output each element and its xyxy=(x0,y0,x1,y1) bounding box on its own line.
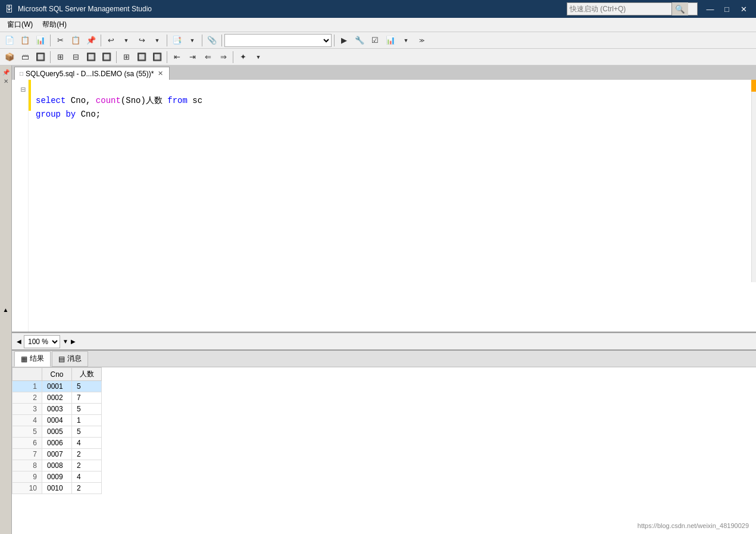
misc-btn1[interactable]: ✦ xyxy=(236,50,250,64)
redo-btn[interactable]: ↪ xyxy=(135,33,149,48)
dax-btn[interactable]: 📊 xyxy=(33,33,48,48)
copy-btn[interactable]: 📋 xyxy=(68,33,83,48)
undo-btn[interactable]: ↩ xyxy=(104,33,118,48)
tab-messages[interactable]: ▤ 消息 xyxy=(52,351,88,367)
results-btn[interactable]: 📊 xyxy=(383,33,398,48)
obj-btn2[interactable]: 🗃 xyxy=(18,50,32,64)
indent-btn1[interactable]: ⊞ xyxy=(53,50,67,64)
scroll-position-indicator xyxy=(751,80,756,92)
window-controls[interactable]: — □ ✕ xyxy=(702,3,751,15)
cell-cno: 0001 xyxy=(42,381,72,392)
close-panel-icon[interactable]: ✕ xyxy=(2,77,10,86)
table-row[interactable]: 8 0008 2 xyxy=(13,460,102,471)
row-num: 7 xyxy=(13,449,42,460)
misc-btn2[interactable]: ▼ xyxy=(251,50,265,64)
connection-dropdown[interactable] xyxy=(224,34,332,47)
cell-cno: 0003 xyxy=(42,404,72,415)
table-row[interactable]: 4 0004 1 xyxy=(13,415,102,426)
table-row[interactable]: 10 0010 2 xyxy=(13,483,102,494)
sep7 xyxy=(50,51,51,63)
editor-area: □ SQLQuery5.sql - D...IS.DEMO (sa (55))*… xyxy=(12,65,756,534)
table-row[interactable]: 7 0007 2 xyxy=(13,449,102,460)
format-btn3[interactable]: ⇐ xyxy=(201,50,215,64)
row-num: 6 xyxy=(13,438,42,449)
left-panel: 📌 ✕ ▲ xyxy=(0,65,12,534)
redo-drop-btn[interactable]: ▼ xyxy=(150,33,164,48)
results-message-icon: ▤ xyxy=(58,355,65,363)
main-area: 📌 ✕ ▲ □ SQLQuery5.sql - D...IS.DEMO (sa … xyxy=(0,65,756,534)
menu-help[interactable]: 帮助(H) xyxy=(38,18,71,32)
cell-cno: 0005 xyxy=(42,426,72,438)
cell-renshu: 2 xyxy=(72,483,102,494)
nav-btn[interactable]: 📎 xyxy=(205,33,219,48)
col-cno: Cno xyxy=(42,368,72,381)
scroll-left-btn[interactable]: ◀ xyxy=(17,338,21,345)
pin-icon[interactable]: 📌 xyxy=(1,68,11,77)
sep3 xyxy=(167,35,167,46)
results-grid-icon: ▦ xyxy=(21,355,27,363)
table-row[interactable]: 1 0001 5 xyxy=(13,381,102,392)
cell-cno: 0006 xyxy=(42,438,72,449)
code-editor[interactable]: ⊟ select Cno, count(Sno)人数 from sc group… xyxy=(12,80,756,333)
col-renshu: 人数 xyxy=(72,368,102,381)
paste-btn[interactable]: 📌 xyxy=(84,33,98,48)
table-row[interactable]: 9 0009 4 xyxy=(13,471,102,483)
row-num: 5 xyxy=(13,426,42,438)
obj-btn1[interactable]: 📦 xyxy=(2,50,17,64)
xml-btn[interactable]: 📋 xyxy=(18,33,32,48)
indent-btn2[interactable]: ⊟ xyxy=(68,50,83,64)
table-row[interactable]: 6 0006 4 xyxy=(13,438,102,449)
format-btn1[interactable]: ⇤ xyxy=(170,50,184,64)
active-line-indicator xyxy=(29,80,31,111)
bookmark-btn[interactable]: 📑 xyxy=(170,33,184,48)
sep5 xyxy=(221,35,222,46)
format-btn2[interactable]: ⇥ xyxy=(185,50,199,64)
sep4 xyxy=(202,35,202,46)
new-query-btn[interactable]: 📄 xyxy=(2,33,17,48)
minimize-button[interactable]: — xyxy=(702,3,718,15)
cut-btn[interactable]: ✂ xyxy=(53,33,67,48)
zoom-select[interactable]: 100 % xyxy=(24,335,60,348)
query-tab[interactable]: □ SQLQuery5.sql - D...IS.DEMO (sa (55))*… xyxy=(14,67,170,80)
debug-btn[interactable]: 🔧 xyxy=(352,33,367,48)
quick-search-container[interactable]: 🔍 xyxy=(567,2,698,15)
bookmark-drop-btn[interactable]: ▼ xyxy=(185,33,199,48)
maximize-button[interactable]: □ xyxy=(719,3,735,15)
undo-drop-btn[interactable]: ▼ xyxy=(119,33,133,48)
code-content[interactable]: select Cno, count(Sno)人数 from sc group b… xyxy=(29,80,756,332)
tab-close-button[interactable]: ✕ xyxy=(156,70,164,78)
scroll-right-btn[interactable]: ▶ xyxy=(71,338,76,345)
indent-btn4[interactable]: 🔲 xyxy=(99,50,114,64)
cell-cno: 0010 xyxy=(42,483,72,494)
quick-search-button[interactable]: 🔍 xyxy=(671,2,688,15)
indent-btn3[interactable]: 🔲 xyxy=(84,50,98,64)
up-arrow[interactable]: ▲ xyxy=(3,307,9,313)
zoom-dropdown-arrow[interactable]: ▼ xyxy=(63,338,68,345)
col-rownum xyxy=(13,368,42,381)
table-row[interactable]: 2 0002 7 xyxy=(13,392,102,404)
table-row[interactable]: 5 0005 5 xyxy=(13,426,102,438)
more-btn[interactable]: ≫ xyxy=(414,33,429,48)
menu-window[interactable]: 窗口(W) xyxy=(2,18,38,32)
sep1 xyxy=(50,35,51,46)
cell-cno: 0009 xyxy=(42,471,72,483)
app-title: Microsoft SQL Server Management Studio xyxy=(18,5,152,13)
close-button[interactable]: ✕ xyxy=(736,3,751,15)
query-btn1[interactable]: ⊞ xyxy=(119,50,133,64)
execute-btn[interactable]: ▶ xyxy=(337,33,351,48)
sep9 xyxy=(167,51,167,63)
table-row[interactable]: 3 0003 5 xyxy=(13,404,102,415)
row-num: 3 xyxy=(13,404,42,415)
query-btn2[interactable]: 🔲 xyxy=(135,50,149,64)
row-num: 10 xyxy=(13,483,42,494)
format-btn4[interactable]: ⇒ xyxy=(216,50,230,64)
results-table-wrapper[interactable]: Cno 人数 1 0001 52 0002 73 0003 54 0004 15… xyxy=(12,367,756,534)
sep2 xyxy=(101,35,101,46)
fold-indicator-1[interactable]: ⊟ xyxy=(12,82,26,98)
results-drop-btn[interactable]: ▼ xyxy=(399,33,413,48)
parse-btn[interactable]: ☑ xyxy=(368,33,382,48)
query-btn3[interactable]: 🔲 xyxy=(150,50,164,64)
quick-search-input[interactable] xyxy=(567,5,671,13)
tab-results[interactable]: ▦ 结果 xyxy=(14,351,51,367)
obj-btn3[interactable]: 🔲 xyxy=(33,50,48,64)
